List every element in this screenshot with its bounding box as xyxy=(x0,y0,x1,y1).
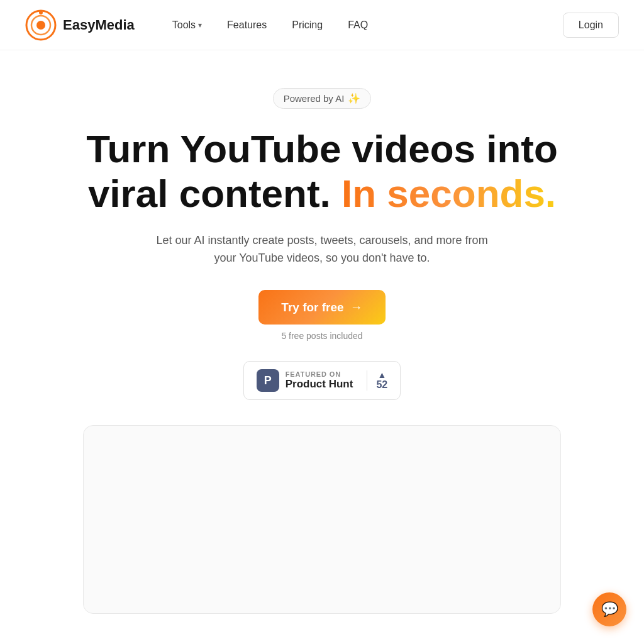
ph-featured-label: FEATURED ON xyxy=(286,370,341,378)
sparkle-icon: ✨ xyxy=(348,92,360,104)
nav-features[interactable]: Features xyxy=(214,14,279,36)
svg-point-2 xyxy=(36,21,45,30)
nav-pricing[interactable]: Pricing xyxy=(279,14,335,36)
try-for-free-button[interactable]: Try for free → xyxy=(258,290,385,325)
cta-label: Try for free xyxy=(281,301,343,314)
product-hunt-logo: P xyxy=(257,369,279,392)
svg-point-3 xyxy=(39,11,43,14)
hero-title: Turn YouTube videos into viral content. … xyxy=(86,126,558,216)
cta-subtext: 5 free posts included xyxy=(281,331,362,341)
ph-count: 52 xyxy=(376,379,387,391)
chevron-down-icon: ▾ xyxy=(198,21,202,30)
ph-votes: ▲ 52 xyxy=(367,370,387,391)
powered-badge: Powered by AI ✨ xyxy=(273,88,372,109)
product-hunt-badge[interactable]: P FEATURED ON Product Hunt ▲ 52 xyxy=(243,361,401,400)
hero-title-gradient: In seconds. xyxy=(341,172,556,215)
upvote-icon: ▲ xyxy=(377,370,386,379)
chat-button[interactable]: 💬 xyxy=(592,592,626,626)
chat-icon: 💬 xyxy=(601,601,618,618)
cta-wrapper: Try for free → 5 free posts included xyxy=(258,290,385,341)
arrow-right-icon: → xyxy=(350,300,363,314)
hero-title-line1: Turn YouTube videos into xyxy=(86,127,558,170)
nav-links: Tools ▾ Features Pricing FAQ xyxy=(160,14,563,36)
login-button[interactable]: Login xyxy=(563,13,619,38)
navbar: EasyMedia Tools ▾ Features Pricing FAQ L… xyxy=(0,0,644,50)
nav-faq[interactable]: FAQ xyxy=(335,14,380,36)
hero-subtitle: Let our AI instantly create posts, tweet… xyxy=(146,231,498,268)
demo-card xyxy=(83,425,561,614)
hero-section: Powered by AI ✨ Turn YouTube videos into… xyxy=(0,50,644,639)
product-hunt-text: FEATURED ON Product Hunt xyxy=(286,370,353,391)
powered-text: Powered by AI xyxy=(284,93,345,104)
brand-name: EasyMedia xyxy=(63,17,135,33)
logo-icon xyxy=(25,9,57,41)
ph-name: Product Hunt xyxy=(286,378,353,391)
hero-title-static: viral content. xyxy=(88,172,331,215)
nav-tools[interactable]: Tools ▾ xyxy=(160,14,214,36)
logo-link[interactable]: EasyMedia xyxy=(25,9,135,41)
